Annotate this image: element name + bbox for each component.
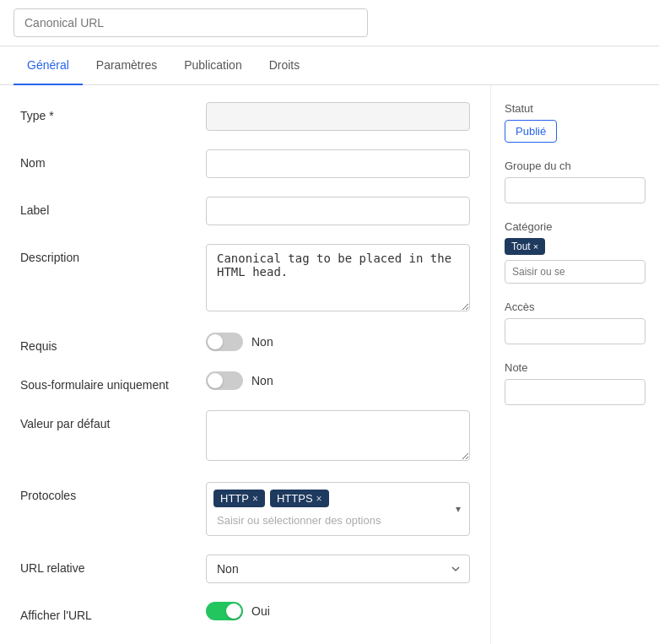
label-control: Canonical URL xyxy=(206,197,470,225)
top-bar: Canonical URL xyxy=(0,0,659,46)
type-row: Type * Url (url) xyxy=(20,102,470,131)
valeur-par-defaut-control xyxy=(206,410,470,463)
sous-formulaire-toggle-knob xyxy=(208,373,223,388)
acces-section: Accès Public xyxy=(505,300,645,344)
requis-toggle-row: Non xyxy=(206,333,470,351)
type-input: Url (url) xyxy=(206,102,470,131)
tabs-bar: Général Paramètres Publication Droits xyxy=(0,46,659,85)
categorie-tag-tout-label: Tout xyxy=(511,241,531,252)
protocoles-dropdown-arrow-icon: ▾ xyxy=(456,503,461,515)
categorie-input[interactable] xyxy=(505,260,645,284)
groupe-label: Groupe du ch xyxy=(505,160,645,172)
left-panel: Type * Url (url) Nom canonical-url Label… xyxy=(0,85,490,644)
categorie-section: Catégorie Tout × xyxy=(505,220,645,284)
url-relative-select[interactable]: Non Oui xyxy=(206,555,470,583)
protocoles-tag-https-remove[interactable]: × xyxy=(316,493,322,505)
requis-control: Non xyxy=(206,333,470,351)
requis-toggle-label: Non xyxy=(251,335,273,349)
description-row: Description Canonical tag to be placed i… xyxy=(20,244,470,314)
afficher-url-label: Afficher l'URL xyxy=(20,602,206,622)
requis-label: Requis xyxy=(20,333,206,353)
categorie-tag-tout: Tout × xyxy=(505,238,545,255)
main-content: Type * Url (url) Nom canonical-url Label… xyxy=(0,85,659,644)
requis-row: Requis Non xyxy=(20,333,470,353)
nom-control: canonical-url xyxy=(206,149,470,178)
groupe-section: Groupe du ch SEO xyxy=(505,160,645,203)
protocoles-tags-area[interactable]: HTTP × HTTPS × Saisir ou sélectionner de… xyxy=(207,483,469,535)
acces-label: Accès xyxy=(505,300,645,313)
protocoles-row: Protocoles HTTP × HTTPS × Saisir ou séle… xyxy=(20,482,470,536)
sous-formulaire-control: Non xyxy=(206,371,470,390)
statut-label: Statut xyxy=(505,102,645,115)
protocoles-tag-http-remove[interactable]: × xyxy=(252,493,258,505)
description-label: Description xyxy=(20,244,206,264)
sous-formulaire-toggle[interactable] xyxy=(206,371,243,390)
categorie-tags: Tout × xyxy=(505,238,645,255)
tab-general[interactable]: Général xyxy=(14,46,83,85)
protocoles-label: Protocoles xyxy=(20,482,206,502)
protocoles-tag-http: HTTP × xyxy=(213,490,265,507)
note-section: Note xyxy=(505,361,645,405)
url-relative-row: URL relative Non Oui xyxy=(20,555,470,583)
afficher-url-toggle-label: Oui xyxy=(251,604,270,618)
protocoles-select[interactable]: HTTP × HTTPS × Saisir ou sélectionner de… xyxy=(206,482,470,536)
nom-input[interactable]: canonical-url xyxy=(206,149,470,178)
statut-badge: Publié xyxy=(505,120,557,143)
protocoles-control: HTTP × HTTPS × Saisir ou sélectionner de… xyxy=(206,482,470,536)
url-relative-control: Non Oui xyxy=(206,555,470,583)
afficher-url-toggle[interactable] xyxy=(206,602,243,620)
canonical-url-input[interactable]: Canonical URL xyxy=(14,8,368,37)
valeur-par-defaut-label: Valeur par défaut xyxy=(20,410,206,430)
groupe-input[interactable]: SEO xyxy=(505,177,645,203)
note-label: Note xyxy=(505,361,645,374)
tab-parametres[interactable]: Paramètres xyxy=(83,46,170,85)
note-input[interactable] xyxy=(505,379,645,405)
requis-toggle[interactable] xyxy=(206,333,243,351)
protocoles-placeholder: Saisir ou sélectionner des options xyxy=(213,512,384,528)
sous-formulaire-row: Sous-formulaire uniquement Non xyxy=(20,371,470,392)
description-control: Canonical tag to be placed in the HTML h… xyxy=(206,244,470,314)
label-input[interactable]: Canonical URL xyxy=(206,197,470,225)
statut-section: Statut Publié xyxy=(505,102,645,143)
type-label: Type * xyxy=(20,102,206,122)
sous-formulaire-toggle-label: Non xyxy=(251,374,273,387)
valeur-par-defaut-textarea[interactable] xyxy=(206,410,470,461)
sous-formulaire-label: Sous-formulaire uniquement xyxy=(20,371,206,392)
afficher-url-toggle-knob xyxy=(226,603,241,619)
protocoles-tag-https: HTTPS × xyxy=(270,490,329,507)
url-relative-label: URL relative xyxy=(20,555,206,575)
description-textarea[interactable]: Canonical tag to be placed in the HTML h… xyxy=(206,244,470,311)
tab-droits[interactable]: Droits xyxy=(256,46,314,85)
label-label: Label xyxy=(20,197,206,217)
categorie-tag-tout-remove[interactable]: × xyxy=(533,241,538,252)
sous-formulaire-toggle-row: Non xyxy=(206,371,470,390)
valeur-par-defaut-row: Valeur par défaut xyxy=(20,410,470,463)
acces-input[interactable]: Public xyxy=(505,318,645,344)
afficher-url-row: Afficher l'URL Oui xyxy=(20,602,470,622)
nom-row: Nom canonical-url xyxy=(20,149,470,178)
type-control: Url (url) xyxy=(206,102,470,131)
right-panel: Statut Publié Groupe du ch SEO Catégorie… xyxy=(490,85,659,644)
requis-toggle-knob xyxy=(208,334,223,349)
tab-publication[interactable]: Publication xyxy=(170,46,256,85)
label-row: Label Canonical URL xyxy=(20,197,470,225)
categorie-label: Catégorie xyxy=(505,220,645,233)
afficher-url-toggle-row: Oui xyxy=(206,602,470,620)
afficher-url-control: Oui xyxy=(206,602,470,620)
nom-label: Nom xyxy=(20,149,206,170)
